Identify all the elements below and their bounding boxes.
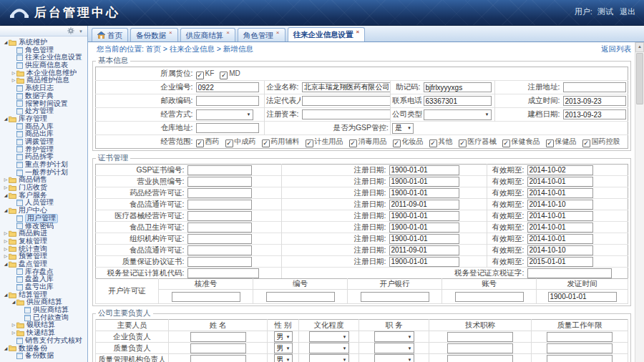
- tab[interactable]: 备份数据×: [130, 28, 178, 41]
- sidebar-item[interactable]: 供应商信息表: [1, 62, 87, 69]
- text-input[interactable]: [527, 165, 593, 175]
- sidebar-item[interactable]: 报警时间设置: [1, 100, 87, 108]
- caret-down-icon[interactable]: ▼: [79, 29, 83, 34]
- sidebar-item[interactable]: ▷门店收货: [1, 184, 87, 192]
- text-input[interactable]: [527, 222, 593, 233]
- sidebar-item[interactable]: ▷商品购进: [1, 230, 87, 238]
- sidebar-item[interactable]: ◢数据备份: [1, 345, 87, 353]
- text-input[interactable]: [527, 234, 593, 244]
- sidebar-item[interactable]: 数据字典: [1, 92, 87, 100]
- tab[interactable]: 往来企业信息设置×: [288, 27, 366, 41]
- sidebar-item[interactable]: 人员管理: [1, 199, 87, 207]
- sidebar-item[interactable]: 往来企业信息设置: [1, 54, 87, 62]
- dropdown[interactable]: ▼: [196, 109, 253, 120]
- checkbox[interactable]: ✓: [459, 140, 467, 147]
- text-input[interactable]: [389, 200, 459, 210]
- sidebar-item[interactable]: ▷本企业信息维护: [1, 69, 87, 77]
- sidebar-item[interactable]: ◢客户服务: [1, 192, 87, 200]
- text-input[interactable]: [527, 268, 612, 278]
- text-input[interactable]: [389, 211, 459, 221]
- sidebar-item[interactable]: 用户管理: [1, 215, 87, 222]
- logout-link[interactable]: 退出: [620, 7, 635, 16]
- checkbox[interactable]: ✓: [196, 140, 204, 147]
- sidebar-item[interactable]: ◢盘点管理: [1, 260, 87, 268]
- sidebar-item[interactable]: ◢供应商结算: [1, 298, 87, 306]
- text-input[interactable]: [447, 332, 513, 342]
- checkbox[interactable]: ✓: [393, 140, 401, 147]
- text-input[interactable]: [527, 177, 593, 187]
- text-input[interactable]: [196, 123, 259, 133]
- text-input[interactable]: [447, 343, 513, 353]
- sidebar-item[interactable]: 药品拆零: [1, 153, 87, 161]
- checkbox[interactable]: ✓: [262, 140, 270, 147]
- sidebar-item[interactable]: 商品出库: [1, 130, 87, 138]
- checkbox[interactable]: ✓: [582, 140, 590, 147]
- text-input[interactable]: [389, 188, 459, 198]
- text-input[interactable]: [302, 82, 391, 92]
- text-input[interactable]: [563, 109, 626, 119]
- text-input[interactable]: [389, 234, 459, 244]
- text-input[interactable]: [389, 177, 459, 187]
- text-input[interactable]: [547, 343, 613, 353]
- text-input[interactable]: [187, 222, 252, 233]
- text-input[interactable]: [527, 211, 593, 221]
- sidebar-item[interactable]: 重点养护计划: [1, 161, 87, 169]
- sidebar-item[interactable]: ▷商品维护信息: [1, 77, 87, 84]
- sidebar-item[interactable]: 备份数据: [1, 352, 87, 360]
- dropdown[interactable]: ▼: [309, 331, 349, 342]
- text-input[interactable]: [361, 292, 429, 302]
- text-input[interactable]: [187, 234, 252, 244]
- dropdown[interactable]: 男▼: [274, 354, 293, 362]
- text-input[interactable]: [190, 332, 246, 342]
- text-input[interactable]: [302, 96, 391, 106]
- sidebar-item[interactable]: ▷复核管理: [1, 238, 87, 245]
- checkbox[interactable]: ✓: [225, 140, 233, 147]
- text-input[interactable]: [527, 188, 593, 198]
- checkbox[interactable]: ✓: [429, 140, 437, 147]
- close-tab-icon[interactable]: ×: [226, 26, 230, 39]
- sidebar-item[interactable]: ◢结算管理: [1, 291, 87, 299]
- sidebar-item[interactable]: 库存盘点: [1, 268, 87, 276]
- text-input[interactable]: [196, 96, 259, 106]
- sidebar-item[interactable]: 已付款查询: [1, 314, 87, 322]
- sidebar-item[interactable]: ▷银联结算: [1, 321, 87, 329]
- sidebar-item[interactable]: ▷预警管理: [1, 253, 87, 260]
- scroll-up-arrow-icon[interactable]: ▲: [635, 42, 644, 52]
- tab[interactable]: 首页: [92, 28, 128, 41]
- sidebar-item[interactable]: ▷统计查询: [1, 245, 87, 253]
- text-input[interactable]: [389, 257, 459, 267]
- text-input[interactable]: [548, 292, 617, 302]
- sidebar-item[interactable]: 养护管理: [1, 146, 87, 154]
- text-input[interactable]: [563, 96, 626, 106]
- text-input[interactable]: [172, 292, 240, 302]
- text-input[interactable]: [187, 211, 252, 221]
- checkbox[interactable]: ✓: [502, 140, 510, 147]
- sidebar-item[interactable]: 处方管理: [1, 107, 87, 115]
- text-input[interactable]: [527, 200, 593, 210]
- back-to-list-link[interactable]: 返回列表: [601, 44, 631, 54]
- text-input[interactable]: [389, 222, 459, 233]
- text-input[interactable]: [187, 245, 252, 255]
- sidebar-item[interactable]: 修改密码: [1, 222, 87, 230]
- dropdown[interactable]: ▼: [309, 354, 349, 362]
- text-input[interactable]: [424, 82, 492, 92]
- sidebar-item[interactable]: 供应商结算: [1, 306, 87, 314]
- sidebar-item[interactable]: 销售支付方式核对: [1, 337, 87, 345]
- sidebar-item[interactable]: 一般养护计划: [1, 169, 87, 177]
- text-input[interactable]: [190, 355, 246, 362]
- checkbox[interactable]: ✓: [349, 140, 357, 147]
- checkbox[interactable]: ✓: [196, 72, 204, 79]
- sidebar-item[interactable]: 商品入库: [1, 123, 87, 131]
- dropdown[interactable]: ▼: [424, 109, 492, 120]
- text-input[interactable]: [187, 200, 252, 210]
- close-tab-icon[interactable]: ×: [169, 26, 172, 39]
- sidebar-item[interactable]: ◢库存管理: [1, 115, 87, 123]
- text-input[interactable]: [547, 355, 613, 362]
- text-input[interactable]: [187, 257, 252, 267]
- scrollbar-thumb[interactable]: [636, 53, 643, 104]
- vertical-scrollbar[interactable]: ▲: [635, 42, 644, 362]
- text-input[interactable]: [447, 355, 513, 362]
- tab[interactable]: 供应商结算×: [180, 28, 235, 41]
- text-input[interactable]: [455, 292, 524, 302]
- sidebar-item[interactable]: 盘亏出库: [1, 283, 87, 291]
